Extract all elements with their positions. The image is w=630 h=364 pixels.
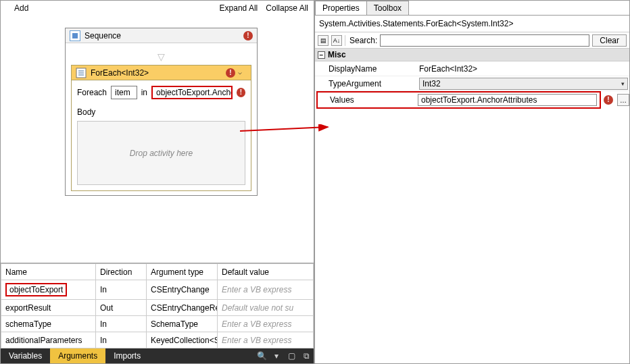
argument-row[interactable]: exportResult Out CSEntryChangeRes Defaul…	[1, 300, 314, 316]
designer-canvas[interactable]: Sequence ! ▽ ForEach<Int32> ! ⌵	[1, 16, 314, 263]
collapse-icon[interactable]: −	[318, 51, 325, 59]
prop-values[interactable]: Values objectToExport.AnchorAttributes	[318, 93, 600, 107]
arg-type[interactable]: CSEntryChange	[147, 280, 218, 300]
tab-variables[interactable]: Variables	[1, 348, 50, 363]
tab-imports[interactable]: Imports	[105, 348, 149, 363]
arg-name[interactable]: objectToExport	[5, 283, 67, 296]
arg-type[interactable]: SchemaType	[147, 316, 218, 332]
arguments-grid: Name Direction Argument type Default val…	[1, 263, 314, 348]
categorize-icon[interactable]: ▤	[318, 35, 329, 46]
property-search-input[interactable]	[380, 34, 589, 47]
property-grid: − Misc DisplayName ForEach<Int32> TypeAr…	[315, 49, 629, 363]
in-label: in	[141, 88, 147, 97]
overview-icon[interactable]: ⧉	[299, 348, 314, 363]
arg-type[interactable]: CSEntryChangeRes	[147, 300, 218, 316]
arg-direction[interactable]: Out	[96, 300, 147, 316]
body-label: Body	[72, 105, 251, 118]
prop-displayname-value[interactable]: ForEach<Int32>	[416, 64, 629, 74]
right-tab-strip: Properties Toolbox	[315, 1, 629, 16]
search-icon[interactable]: 🔍	[254, 348, 269, 363]
foreach-label: Foreach	[77, 88, 107, 97]
zoom-dropdown[interactable]: ▾	[269, 348, 284, 363]
col-name[interactable]: Name	[1, 264, 96, 280]
selection-breadcrumb: System.Activities.Statements.ForEach<Sys…	[315, 16, 629, 32]
collapse-chevron-icon[interactable]: ⌵	[235, 68, 245, 78]
collapse-all-action[interactable]: Collapse All	[266, 3, 308, 13]
misc-category-header[interactable]: − Misc	[315, 49, 629, 61]
arg-type[interactable]: KeyedCollection<S	[147, 332, 218, 348]
typeargument-combo[interactable]: Int32	[419, 78, 628, 90]
foreach-title: ForEach<Int32>	[91, 68, 226, 78]
bottom-tab-bar: Variables Arguments Imports 🔍 ▾ ▢ ⧉	[1, 348, 314, 363]
error-icon: !	[226, 68, 235, 78]
argument-row[interactable]: additionalParameters In KeyedCollection<…	[1, 332, 314, 348]
error-icon: !	[604, 95, 613, 105]
expression-editor-button[interactable]: …	[617, 94, 629, 106]
sequence-icon	[70, 30, 80, 41]
arg-name[interactable]: schemaType	[1, 316, 96, 332]
arg-name[interactable]: exportResult	[1, 300, 96, 316]
arg-default[interactable]: Default value not su	[218, 300, 314, 316]
col-direction[interactable]: Direction	[96, 264, 147, 280]
designer-toolbar: Add Expand All Collapse All	[1, 1, 314, 16]
foreach-activity[interactable]: ForEach<Int32> ! ⌵ Foreach item in objec…	[71, 65, 251, 191]
arg-default[interactable]: Enter a VB express	[218, 332, 314, 348]
prop-typeargument[interactable]: TypeArgument Int32	[315, 76, 629, 91]
argument-row[interactable]: schemaType In SchemaType Enter a VB expr…	[1, 316, 314, 332]
argument-row[interactable]: objectToExport In CSEntryChange Enter a …	[1, 280, 314, 300]
clear-search-button[interactable]: Clear	[592, 34, 627, 47]
arg-direction[interactable]: In	[96, 280, 147, 300]
error-icon: !	[237, 88, 245, 97]
arg-name[interactable]: additionalParameters	[1, 332, 96, 348]
tab-toolbox[interactable]: Toolbox	[366, 1, 409, 15]
arg-default[interactable]: Enter a VB express	[218, 280, 314, 300]
prop-displayname[interactable]: DisplayName ForEach<Int32>	[315, 61, 629, 76]
sort-az-icon[interactable]: A↓	[331, 35, 342, 46]
foreach-body-dropzone[interactable]: Drop activity here	[77, 121, 245, 185]
foreach-item-input[interactable]: item	[111, 86, 137, 99]
arg-direction[interactable]: In	[96, 316, 147, 332]
col-type[interactable]: Argument type	[147, 264, 218, 280]
property-toolbar: ▤ A↓ Search: Clear	[315, 32, 629, 49]
col-default[interactable]: Default value	[218, 264, 314, 280]
expand-all-action[interactable]: Expand All	[220, 3, 258, 13]
values-expression-input[interactable]: objectToExport.AnchorAttributes	[418, 94, 597, 106]
fit-icon[interactable]: ▢	[284, 348, 299, 363]
arg-default[interactable]: Enter a VB express	[218, 316, 314, 332]
foreach-in-expression[interactable]: objectToExport.Anchor	[151, 86, 233, 99]
foreach-icon	[76, 68, 87, 78]
sequence-title: Sequence	[84, 31, 243, 41]
error-icon: !	[243, 31, 253, 41]
tab-arguments[interactable]: Arguments	[50, 348, 105, 363]
drop-indicator-icon: ▽	[71, 47, 251, 65]
search-label: Search:	[349, 36, 377, 45]
sequence-activity[interactable]: Sequence ! ▽ ForEach<Int32> ! ⌵	[65, 28, 258, 196]
add-action[interactable]: Add	[14, 3, 28, 13]
arg-direction[interactable]: In	[96, 332, 147, 348]
tab-properties[interactable]: Properties	[315, 1, 367, 15]
